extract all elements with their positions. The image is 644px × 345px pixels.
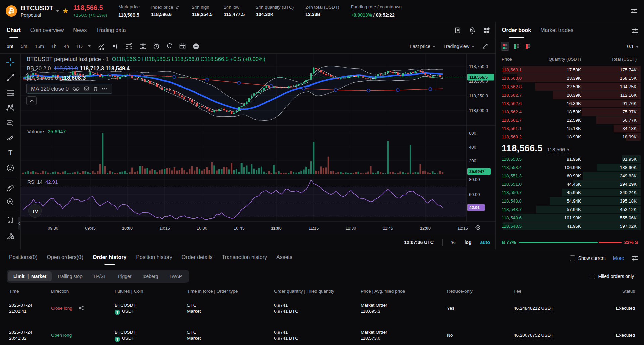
- svg-text:118,750.0: 118,750.0: [469, 64, 488, 69]
- svg-text:10:30: 10:30: [197, 226, 207, 231]
- svg-text:RSI 14: RSI 14: [27, 179, 43, 185]
- svg-text:42.91: 42.91: [45, 179, 58, 185]
- svg-text:118,000.0: 118,000.0: [469, 108, 488, 113]
- svg-text:T: T: [8, 149, 12, 156]
- svg-text:10:15: 10:15: [159, 226, 170, 231]
- svg-text:12:15: 12:15: [457, 226, 468, 231]
- svg-text:118,250.0: 118,250.0: [469, 93, 488, 98]
- svg-text:25.6947: 25.6947: [48, 129, 66, 134]
- svg-text:80.00: 80.00: [469, 177, 480, 182]
- svg-text:11:45: 11:45: [383, 226, 393, 231]
- svg-text:10:45: 10:45: [234, 226, 244, 231]
- svg-text:Volume: Volume: [27, 129, 44, 134]
- svg-text:11:00: 11:00: [271, 226, 281, 231]
- svg-text:400: 400: [469, 145, 476, 150]
- svg-text:600: 600: [469, 131, 476, 136]
- svg-text:60.00: 60.00: [469, 192, 480, 197]
- svg-text:42.91: 42.91: [469, 205, 480, 210]
- svg-text:200: 200: [469, 158, 476, 163]
- svg-text:25.6947: 25.6947: [469, 169, 484, 174]
- svg-text:09:45: 09:45: [85, 226, 95, 231]
- svg-text:118,566.5: 118,566.5: [469, 75, 488, 80]
- svg-text:11:30: 11:30: [346, 226, 356, 231]
- svg-text:12:00: 12:00: [420, 226, 431, 231]
- svg-text:09:30: 09:30: [48, 226, 58, 231]
- svg-text:10:00: 10:00: [122, 226, 133, 231]
- svg-text:11:15: 11:15: [309, 226, 319, 231]
